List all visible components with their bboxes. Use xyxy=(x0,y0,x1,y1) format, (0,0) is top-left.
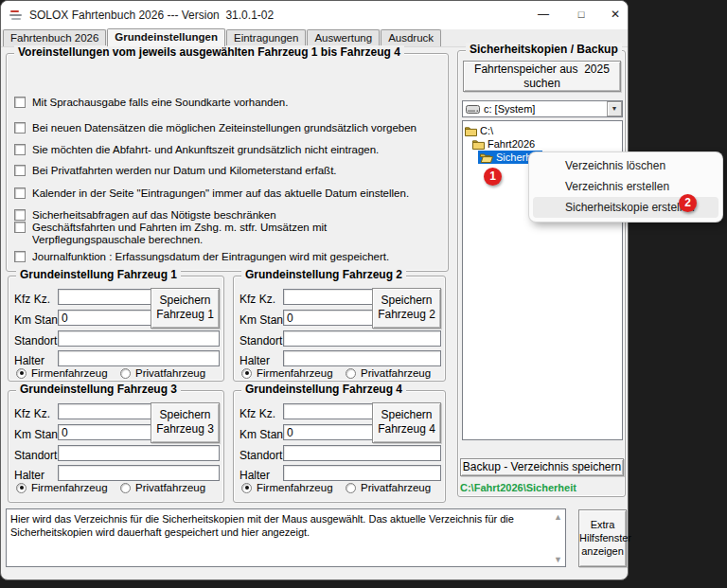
radio-icon xyxy=(346,483,356,493)
folder-closed-icon xyxy=(465,126,480,136)
privatfahrzeug-radio-vehicle-1[interactable]: Privatfahrzeug xyxy=(120,367,205,379)
standort-label: Standort xyxy=(239,449,282,462)
halter-label: Halter xyxy=(14,469,44,482)
scroll-down-icon[interactable]: ▼ xyxy=(554,555,562,564)
app-icon xyxy=(9,9,25,22)
scroll-up-icon[interactable]: ▲ xyxy=(554,512,562,522)
drive-icon xyxy=(466,105,480,114)
context-menu: Verzeichnis löschenVerzeichnis erstellen… xyxy=(529,152,722,222)
km-input-vehicle-4[interactable] xyxy=(283,424,378,440)
preference-row: Sie möchten die Abfahrt- und Ankunftszei… xyxy=(14,144,440,156)
checkbox-1[interactable] xyxy=(14,122,26,134)
extra-help-window-button[interactable]: Extra Hilfsfenster anzeigen xyxy=(578,509,627,567)
checkbox-label: Mit Sprachausgabe falls eine Soundkarte … xyxy=(32,97,288,109)
vehicle-group-4: Grundeinstellung Fahrzeug 4Kfz Kz.Km Sta… xyxy=(233,390,446,503)
checkbox-3[interactable] xyxy=(14,165,26,176)
halter-label: Halter xyxy=(14,354,44,367)
firmenfahrzeug-radio-vehicle-1[interactable]: Firmenfahrzeug xyxy=(16,367,108,379)
save-vehicle-4-button[interactable]: Speichern Fahrzeug 4 xyxy=(372,402,441,443)
radio-icon xyxy=(120,483,131,493)
checkbox-6[interactable] xyxy=(14,222,26,233)
standort-input-vehicle-2[interactable] xyxy=(283,330,441,347)
save-vehicle-1-button[interactable]: Speichern Fahrzeug 1 xyxy=(151,288,220,329)
checkbox-label: Geschäftsfahrten und Fahrten im Zshg. m.… xyxy=(32,222,440,246)
standort-input-vehicle-4[interactable] xyxy=(283,445,441,461)
privatfahrzeug-radio-vehicle-4[interactable]: Privatfahrzeug xyxy=(346,482,431,493)
halter-input-vehicle-2[interactable] xyxy=(283,350,441,366)
tree-item-c[interactable]: C:\ xyxy=(463,124,493,137)
km-label: Km Stand xyxy=(14,313,64,327)
kfz-input-vehicle-2[interactable] xyxy=(283,289,378,305)
km-input-vehicle-1[interactable] xyxy=(58,310,152,326)
tab-auswertung[interactable]: Auswertung xyxy=(307,29,380,46)
save-vehicle-2-button[interactable]: Speichern Fahrzeug 2 xyxy=(372,288,441,329)
kfz-input-vehicle-4[interactable] xyxy=(283,403,378,419)
menu-item-verzeichnis-l-schen[interactable]: Verzeichnis löschen xyxy=(533,155,718,176)
km-label: Km Stand xyxy=(239,428,290,441)
radio-selected-icon xyxy=(241,483,252,493)
checkbox-label: Journalfunktion : Erfassungsdatum der Ei… xyxy=(32,251,389,263)
maximize-button[interactable]: □ xyxy=(567,1,595,28)
kfz-label: Kfz Kz. xyxy=(14,407,50,420)
preferences-group: Voreinstellungen vom jeweils ausgewählte… xyxy=(6,53,449,272)
backup-group: Sicherheitskopien / Backup Fahrtenspeich… xyxy=(457,50,626,497)
firmenfahrzeug-radio-vehicle-3[interactable]: Firmenfahrzeug xyxy=(16,482,108,493)
tab-eintragungen[interactable]: Eintragungen xyxy=(226,29,306,46)
halter-input-vehicle-4[interactable] xyxy=(283,465,441,481)
halter-input-vehicle-1[interactable] xyxy=(58,350,220,366)
folder-closed-icon xyxy=(472,139,488,150)
checkbox-0[interactable] xyxy=(14,97,26,108)
firmenfahrzeug-radio-vehicle-4[interactable]: Firmenfahrzeug xyxy=(241,482,333,493)
vehicle-group-title: Grundeinstellung Fahrzeug 3 xyxy=(16,383,181,396)
vehicle-group-1: Grundeinstellung Fahrzeug 1Kfz Kz.Km Sta… xyxy=(8,276,224,382)
preference-row: Mit Sprachausgabe falls eine Soundkarte … xyxy=(14,97,440,109)
save-vehicle-3-button[interactable]: Speichern Fahrzeug 3 xyxy=(151,402,220,443)
standort-label: Standort xyxy=(14,334,57,347)
checkbox-label: Sie möchten die Abfahrt- und Ankunftszei… xyxy=(32,144,379,156)
tab-ausdruck[interactable]: Ausdruck xyxy=(381,29,441,46)
save-backup-directory-button[interactable]: Backup - Verzeichnis speichern xyxy=(460,458,624,476)
kfz-input-vehicle-3[interactable] xyxy=(58,403,152,419)
standort-input-vehicle-3[interactable] xyxy=(58,445,220,461)
tree-item-fahrt2026[interactable]: Fahrt2026 xyxy=(470,137,535,151)
km-label: Km Stand xyxy=(14,428,64,441)
privatfahrzeug-radio-vehicle-2[interactable]: Privatfahrzeug xyxy=(346,367,431,379)
app-window: SOLOX Fahrtenbuch 2026 --- Version 31.0.… xyxy=(0,0,629,580)
annotation-badge-1: 1 xyxy=(484,168,502,186)
kfz-label: Kfz Kz. xyxy=(239,407,275,420)
checkbox-2[interactable] xyxy=(14,144,26,155)
halter-input-vehicle-3[interactable] xyxy=(58,465,220,481)
standort-input-vehicle-1[interactable] xyxy=(58,330,220,347)
kfz-input-vehicle-1[interactable] xyxy=(58,289,152,305)
search-trips-2025-button[interactable]: Fahrtenspeicher aus 2025 suchen xyxy=(463,61,621,92)
km-label: Km Stand xyxy=(239,313,290,327)
checkbox-label: Sicherheitsabfragen auf das Nötigste bes… xyxy=(32,209,276,222)
radio-icon xyxy=(346,368,356,379)
preferences-group-title: Voreinstellungen vom jeweils ausgewählte… xyxy=(14,45,404,59)
kfz-label: Kfz Kz. xyxy=(14,293,50,306)
drive-select[interactable]: c: [System] ▼ xyxy=(462,100,623,117)
radio-selected-icon xyxy=(16,368,27,379)
firmenfahrzeug-radio-vehicle-2[interactable]: Firmenfahrzeug xyxy=(241,367,333,379)
annotation-badge-2: 2 xyxy=(679,194,697,212)
standort-label: Standort xyxy=(239,334,282,347)
current-backup-path: C:\Fahrt2026\Sicherheit xyxy=(460,482,576,493)
checkbox-label: Bei Privatfahrten werden nur Datum und K… xyxy=(32,165,337,177)
preference-row: Kalender in der Seite "Eintragungen" imm… xyxy=(14,187,440,200)
help-textbox[interactable]: Hier wird das Verzeichnis für die Sicher… xyxy=(6,508,566,567)
checkbox-5[interactable] xyxy=(14,209,26,221)
privatfahrzeug-radio-vehicle-3[interactable]: Privatfahrzeug xyxy=(120,482,205,493)
minimize-button[interactable]: — xyxy=(529,1,558,28)
close-button[interactable]: ✕ xyxy=(601,1,629,28)
tab-grundeinstellungen[interactable]: Grundeinstellungen xyxy=(107,28,225,46)
checkbox-7[interactable] xyxy=(14,251,26,262)
chevron-down-icon[interactable]: ▼ xyxy=(607,101,622,116)
halter-label: Halter xyxy=(239,354,270,367)
preference-row: Geschäftsfahrten und Fahrten im Zshg. m.… xyxy=(14,222,440,246)
km-input-vehicle-3[interactable] xyxy=(58,424,152,440)
vehicle-group-2: Grundeinstellung Fahrzeug 2Kfz Kz.Km Sta… xyxy=(233,276,446,382)
checkbox-4[interactable] xyxy=(14,187,26,199)
tab-fahrtenbuch-2026[interactable]: Fahrtenbuch 2026 xyxy=(3,29,106,46)
preference-row: Bei neuen Datensätzen die möglichen Zeit… xyxy=(14,122,440,134)
km-input-vehicle-2[interactable] xyxy=(283,310,378,326)
